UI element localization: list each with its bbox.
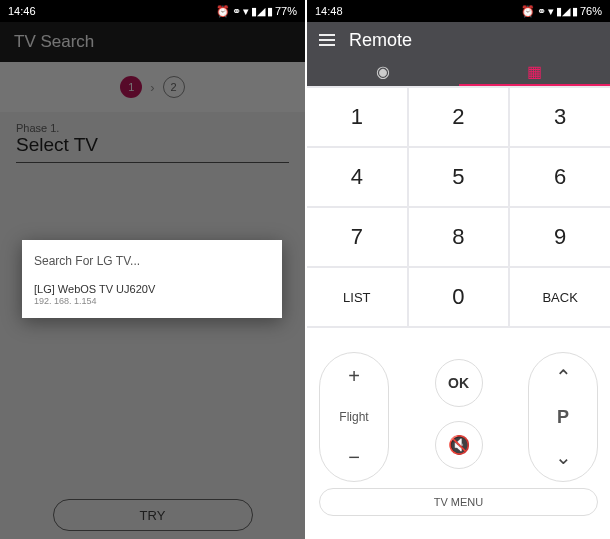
step-1[interactable]: 1	[120, 76, 142, 98]
tv-ip: 192. 168. 1.154	[34, 296, 270, 308]
mute-button[interactable]: 🔇	[435, 421, 483, 469]
tab-grid[interactable]: ▦	[459, 58, 611, 86]
app-title: Remote	[349, 30, 412, 51]
tv-result-item[interactable]: [LG] WebOS TV UJ620V 192. 168. 1.154	[34, 282, 270, 308]
channel-label: P	[557, 407, 569, 428]
tv-menu-label: TV MENU	[434, 496, 484, 508]
channel-down-button[interactable]: ⌄	[555, 445, 572, 469]
status-time: 14:48	[315, 5, 343, 17]
key-2[interactable]: 2	[409, 88, 509, 146]
key-5[interactable]: 5	[409, 148, 509, 206]
key-4[interactable]: 4	[307, 148, 407, 206]
signal-icon: ▮◢	[251, 5, 265, 18]
battery-pct: 77%	[275, 5, 297, 17]
volume-down-button[interactable]: −	[348, 446, 360, 469]
mute-icon: 🔇	[448, 434, 470, 456]
link-icon: ⚭	[232, 5, 241, 18]
volume-up-button[interactable]: +	[348, 365, 360, 388]
tab-row: ◉ ▦	[307, 58, 610, 86]
app-bar: Remote ◉ ▦	[307, 22, 610, 86]
grid-icon: ▦	[527, 62, 542, 81]
step-2[interactable]: 2	[163, 76, 185, 98]
key-list[interactable]: LIST	[307, 268, 407, 326]
status-time: 14:46	[8, 5, 36, 17]
ok-button[interactable]: OK	[435, 359, 483, 407]
keypad: 1 2 3 4 5 6 7 8 9 LIST 0 BACK	[307, 86, 610, 328]
phase-block: Phase 1. Select TV	[0, 112, 305, 163]
try-button[interactable]: TRY	[53, 499, 253, 531]
key-3[interactable]: 3	[510, 88, 610, 146]
key-6[interactable]: 6	[510, 148, 610, 206]
channel-rocker: ⌃ P ⌄	[528, 352, 598, 482]
key-back[interactable]: BACK	[510, 268, 610, 326]
phase-label: Phase 1.	[16, 122, 289, 134]
try-label: TRY	[140, 508, 166, 523]
status-icons: ⏰ ⚭ ▾ ▮◢ ▮ 76%	[521, 5, 602, 18]
key-1[interactable]: 1	[307, 88, 407, 146]
screen-tv-search: 14:46 ⏰ ⚭ ▾ ▮◢ ▮ 77% TV Search 1 › 2 Pha…	[0, 0, 305, 539]
battery-pct: 76%	[580, 5, 602, 17]
key-8[interactable]: 8	[409, 208, 509, 266]
battery-icon: ▮	[267, 5, 273, 18]
wifi-icon: ▾	[243, 5, 249, 18]
alarm-icon: ⏰	[216, 5, 230, 18]
tab-dial[interactable]: ◉	[307, 58, 459, 86]
battery-icon: ▮	[572, 5, 578, 18]
channel-up-button[interactable]: ⌃	[555, 365, 572, 389]
app-title: TV Search	[14, 32, 94, 52]
tv-name: [LG] WebOS TV UJ620V	[34, 282, 270, 296]
key-0[interactable]: 0	[409, 268, 509, 326]
search-dialog: Search For LG TV... [LG] WebOS TV UJ620V…	[22, 240, 282, 318]
status-icons: ⏰ ⚭ ▾ ▮◢ ▮ 77%	[216, 5, 297, 18]
chevron-right-icon: ›	[150, 80, 154, 95]
tv-menu-button[interactable]: TV MENU	[319, 488, 598, 516]
dial-icon: ◉	[376, 62, 390, 81]
center-controls: OK 🔇	[435, 352, 483, 476]
alarm-icon: ⏰	[521, 5, 535, 18]
phase-title: Select TV	[16, 134, 289, 163]
app-bar: TV Search	[0, 22, 305, 62]
dialog-title: Search For LG TV...	[34, 254, 270, 268]
status-bar: 14:48 ⏰ ⚭ ▾ ▮◢ ▮ 76%	[307, 0, 610, 22]
status-bar: 14:46 ⏰ ⚭ ▾ ▮◢ ▮ 77%	[0, 0, 305, 22]
wifi-icon: ▾	[548, 5, 554, 18]
key-7[interactable]: 7	[307, 208, 407, 266]
signal-icon: ▮◢	[556, 5, 570, 18]
key-9[interactable]: 9	[510, 208, 610, 266]
menu-icon[interactable]	[319, 34, 335, 46]
controls-row: + Flight − OK 🔇 ⌃ P ⌄	[307, 328, 610, 488]
volume-rocker: + Flight −	[319, 352, 389, 482]
volume-label: Flight	[339, 410, 368, 424]
stepper: 1 › 2	[0, 62, 305, 112]
link-icon: ⚭	[537, 5, 546, 18]
screen-remote: 14:48 ⏰ ⚭ ▾ ▮◢ ▮ 76% Remote ◉ ▦ 1 2 3 4 …	[305, 0, 610, 539]
